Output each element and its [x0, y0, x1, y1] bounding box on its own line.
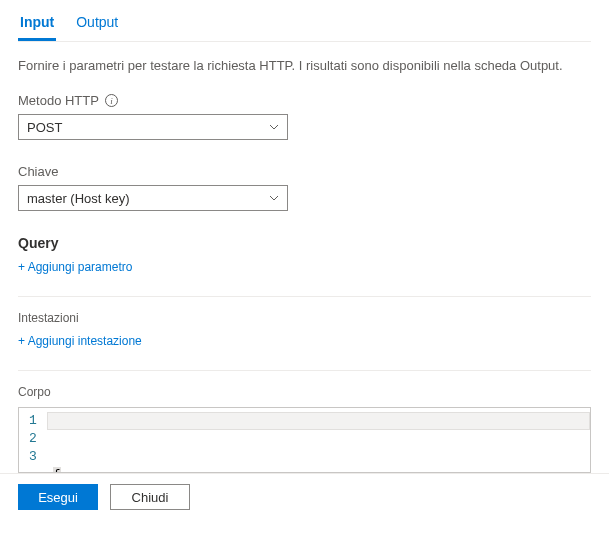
footer: Esegui Chiudi: [0, 473, 609, 520]
key-select[interactable]: master (Host key): [18, 185, 288, 211]
http-method-label-text: Metodo HTTP: [18, 93, 99, 108]
key-value: master (Host key): [27, 191, 130, 206]
body-editor[interactable]: 1 2 3 { "name": "Azure" }: [18, 407, 591, 473]
tab-output[interactable]: Output: [74, 8, 120, 41]
headers-section-title: Intestazioni: [18, 311, 591, 325]
http-method-label: Metodo HTTP i: [18, 93, 591, 108]
chevron-down-icon: [269, 122, 279, 132]
info-icon[interactable]: i: [105, 94, 118, 107]
tabs: Input Output: [18, 0, 591, 42]
divider: [18, 370, 591, 371]
editor-current-line-highlight: [47, 412, 590, 430]
add-parameter-link[interactable]: + Aggiungi parametro: [18, 260, 132, 274]
editor-gutter: 1 2 3: [19, 408, 47, 472]
key-label: Chiave: [18, 164, 591, 179]
run-button[interactable]: Esegui: [18, 484, 98, 510]
key-label-text: Chiave: [18, 164, 58, 179]
add-header-link[interactable]: + Aggiungi intestazione: [18, 334, 142, 348]
body-section-title: Corpo: [18, 385, 591, 399]
chevron-down-icon: [269, 193, 279, 203]
close-button[interactable]: Chiudi: [110, 484, 190, 510]
tab-input[interactable]: Input: [18, 8, 56, 41]
http-method-value: POST: [27, 120, 62, 135]
http-method-select[interactable]: POST: [18, 114, 288, 140]
editor-code[interactable]: { "name": "Azure" }: [47, 408, 590, 472]
divider: [18, 296, 591, 297]
query-section-title: Query: [18, 235, 591, 251]
description-text: Fornire i parametri per testare la richi…: [18, 58, 591, 73]
